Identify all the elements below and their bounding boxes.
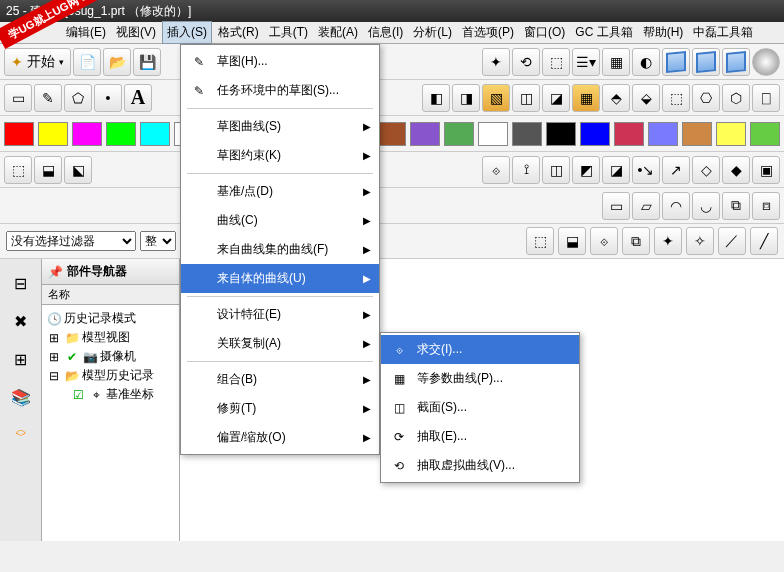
op-r5[interactable]: ◪ — [602, 156, 630, 184]
cube3-button[interactable] — [722, 48, 750, 76]
menu-item-datum-point[interactable]: 基准/点(D)▶ — [181, 177, 379, 206]
shape-button[interactable]: ⬠ — [64, 84, 92, 112]
feat-8[interactable]: ⬙ — [632, 84, 660, 112]
menu-window[interactable]: 窗口(O) — [520, 22, 569, 43]
menu-item-trim[interactable]: 修剪(T)▶ — [181, 394, 379, 423]
submenu-extract[interactable]: ⟳抽取(E)... — [381, 422, 579, 451]
color-swatch-0[interactable] — [4, 122, 34, 146]
menu-help[interactable]: 帮助(H) — [639, 22, 688, 43]
menu-item-combine[interactable]: 组合(B)▶ — [181, 365, 379, 394]
menu-analyze[interactable]: 分析(L) — [409, 22, 456, 43]
color-swatch-4[interactable] — [140, 122, 170, 146]
op-1[interactable]: ⬚ — [4, 156, 32, 184]
side-nav-3[interactable]: ⊞ — [7, 345, 35, 373]
op-r2[interactable]: ⟟ — [512, 156, 540, 184]
sphere-button[interactable] — [752, 48, 780, 76]
tool-a-button[interactable]: ✦ — [482, 48, 510, 76]
select-button[interactable]: ▭ — [4, 84, 32, 112]
color-swatch-b5[interactable] — [546, 122, 576, 146]
new-file-button[interactable]: 📄 — [73, 48, 101, 76]
op-r8[interactable]: ◇ — [692, 156, 720, 184]
color-swatch-b4[interactable] — [512, 122, 542, 146]
op-2[interactable]: ⬓ — [34, 156, 62, 184]
tool-b-button[interactable]: ⟲ — [512, 48, 540, 76]
menu-assembly[interactable]: 装配(A) — [314, 22, 362, 43]
menu-item-design-feature[interactable]: 设计特征(E)▶ — [181, 300, 379, 329]
feat-4[interactable]: ◫ — [512, 84, 540, 112]
filter-select[interactable]: 没有选择过滤器 — [6, 231, 136, 251]
menu-gc-toolbox[interactable]: GC 工具箱 — [571, 22, 636, 43]
sketch-button[interactable]: ✎ — [34, 84, 62, 112]
tool-c-button[interactable]: ⬚ — [542, 48, 570, 76]
open-file-button[interactable]: 📂 — [103, 48, 131, 76]
op-3[interactable]: ⬕ — [64, 156, 92, 184]
menu-item-offset-scale[interactable]: 偏置/缩放(O)▶ — [181, 423, 379, 452]
sel-2[interactable]: ⬓ — [558, 227, 586, 255]
start-button[interactable]: ✦开始▾ — [4, 48, 71, 76]
text-button[interactable]: A — [124, 84, 152, 112]
tree-datum-csys[interactable]: ☑⌖基准坐标 — [44, 385, 177, 404]
surf-6[interactable]: ⧈ — [752, 192, 780, 220]
op-r4[interactable]: ◩ — [572, 156, 600, 184]
color-swatch-b2[interactable] — [444, 122, 474, 146]
menu-format[interactable]: 格式(R) — [214, 22, 263, 43]
menu-insert[interactable]: 插入(S) — [162, 21, 212, 44]
side-nav-2[interactable]: ✖ — [7, 307, 35, 335]
column-name[interactable]: 名称 — [42, 285, 179, 305]
feat-6[interactable]: ▦ — [572, 84, 600, 112]
tree-model-history[interactable]: ⊟📂模型历史记录 — [44, 366, 177, 385]
feat-12[interactable]: ⎕ — [752, 84, 780, 112]
op-r6[interactable]: •↘ — [632, 156, 660, 184]
feat-11[interactable]: ⬡ — [722, 84, 750, 112]
surf-4[interactable]: ◡ — [692, 192, 720, 220]
sel-3[interactable]: ⟐ — [590, 227, 618, 255]
sel-5[interactable]: ✦ — [654, 227, 682, 255]
submenu-intersect[interactable]: ⟐求交(I)... — [381, 335, 579, 364]
menu-info[interactable]: 信息(I) — [364, 22, 407, 43]
color-swatch-b9[interactable] — [682, 122, 712, 146]
menu-tool[interactable]: 工具(T) — [265, 22, 312, 43]
op-r3[interactable]: ◫ — [542, 156, 570, 184]
menu-item-sketch-curve[interactable]: 草图曲线(S)▶ — [181, 112, 379, 141]
side-nav-4[interactable]: 📚 — [7, 383, 35, 411]
feat-7[interactable]: ⬘ — [602, 84, 630, 112]
menu-zl-toolbox[interactable]: 中磊工具箱 — [689, 22, 757, 43]
color-swatch-b1[interactable] — [410, 122, 440, 146]
submenu-extract-virtual[interactable]: ⟲抽取虚拟曲线(V)... — [381, 451, 579, 480]
side-nav-1[interactable]: ⊟ — [7, 269, 35, 297]
sel-6[interactable]: ✧ — [686, 227, 714, 255]
feat-5[interactable]: ◪ — [542, 84, 570, 112]
cube2-button[interactable] — [692, 48, 720, 76]
sel-4[interactable]: ⧉ — [622, 227, 650, 255]
cube1-button[interactable] — [662, 48, 690, 76]
filter-select-2[interactable]: 整 — [140, 231, 176, 251]
color-swatch-b6[interactable] — [580, 122, 610, 146]
dot-button[interactable]: • — [94, 84, 122, 112]
menu-item-assoc-copy[interactable]: 关联复制(A)▶ — [181, 329, 379, 358]
color-swatch-3[interactable] — [106, 122, 136, 146]
sel-1[interactable]: ⬚ — [526, 227, 554, 255]
render-button[interactable]: ▦ — [602, 48, 630, 76]
save-button[interactable]: 💾 — [133, 48, 161, 76]
feat-9[interactable]: ⬚ — [662, 84, 690, 112]
menu-item-curve-from-body[interactable]: 来自体的曲线(U)▶ — [181, 264, 379, 293]
tree-history-mode[interactable]: 🕓历史记录模式 — [44, 309, 177, 328]
pin-icon[interactable]: 📌 — [48, 265, 63, 279]
color-swatch-b10[interactable] — [716, 122, 746, 146]
color-swatch-b11[interactable] — [750, 122, 780, 146]
menu-item-curve-from-set[interactable]: 来自曲线集的曲线(F)▶ — [181, 235, 379, 264]
layer-button[interactable]: ☰▾ — [572, 48, 600, 76]
feat-2[interactable]: ◨ — [452, 84, 480, 112]
menu-edit[interactable]: 编辑(E) — [62, 22, 110, 43]
color-swatch-b8[interactable] — [648, 122, 678, 146]
op-r1[interactable]: ⟐ — [482, 156, 510, 184]
color-swatch-b7[interactable] — [614, 122, 644, 146]
feat-3[interactable]: ▧ — [482, 84, 510, 112]
surf-5[interactable]: ⧉ — [722, 192, 750, 220]
menu-pref[interactable]: 首选项(P) — [458, 22, 518, 43]
side-nav-5[interactable]: ⌔ — [7, 421, 35, 449]
menu-item-sketch-constraint[interactable]: 草图约束(K)▶ — [181, 141, 379, 170]
menu-view[interactable]: 视图(V) — [112, 22, 160, 43]
surf-2[interactable]: ▱ — [632, 192, 660, 220]
op-r10[interactable]: ▣ — [752, 156, 780, 184]
